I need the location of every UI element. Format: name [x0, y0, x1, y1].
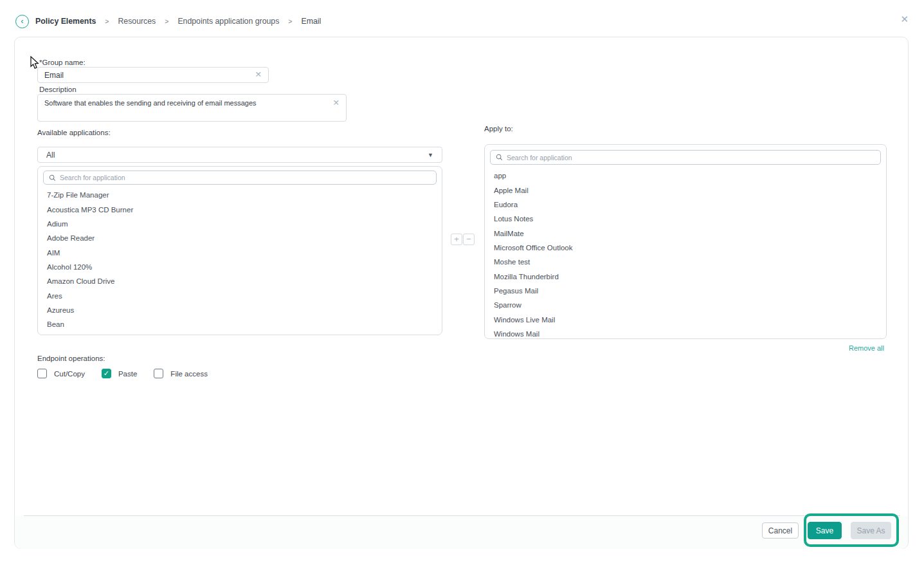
- checkbox-paste[interactable]: ✓: [102, 369, 111, 378]
- description-value: Software that enables the sending and re…: [44, 99, 333, 107]
- back-button[interactable]: ‹: [15, 15, 29, 28]
- remove-application-button[interactable]: −: [463, 234, 475, 245]
- group-editor-card: *Group name: Email ✕ Description Softwar…: [14, 37, 909, 549]
- save-button[interactable]: Save: [808, 522, 842, 539]
- breadcrumb-policy-elements[interactable]: Policy Elements: [35, 17, 96, 26]
- checkbox-option-cut-copy[interactable]: Cut/Copy: [37, 369, 85, 378]
- list-item[interactable]: Lotus Notes: [485, 212, 886, 226]
- group-name-value: Email: [44, 71, 255, 80]
- search-placeholder: Search for application: [60, 174, 125, 181]
- checkbox-label: Cut/Copy: [54, 370, 85, 378]
- search-icon: [49, 174, 56, 181]
- list-item[interactable]: Alcohol 120%: [38, 260, 442, 274]
- list-item[interactable]: Eudora: [485, 198, 886, 212]
- endpoints-application-group-page: ‹ Policy Elements > Resources > Endpoint…: [0, 0, 924, 563]
- chevron-right-icon: >: [288, 17, 292, 25]
- apply-to-list: appApple MailEudoraLotus NotesMailMateMi…: [485, 169, 886, 339]
- checkbox-option-file-access[interactable]: File access: [154, 369, 208, 378]
- list-item[interactable]: AIM: [38, 245, 442, 259]
- list-item[interactable]: app: [485, 169, 886, 183]
- chevron-down-icon: ▼: [428, 152, 433, 158]
- list-item[interactable]: Moshe test: [485, 255, 886, 269]
- add-application-button[interactable]: +: [451, 234, 462, 245]
- apply-to-panel: Search for application appApple MailEudo…: [484, 144, 887, 339]
- application-filter-value: All: [46, 151, 428, 160]
- list-item[interactable]: Pegasus Mail: [485, 284, 886, 298]
- list-item[interactable]: Windows Mail: [485, 327, 886, 339]
- available-applications-panel: Search for application 7-Zip File Manage…: [37, 166, 442, 335]
- save-as-button[interactable]: Save As: [851, 522, 891, 539]
- chevron-right-icon: >: [165, 17, 168, 25]
- list-item[interactable]: Windows Live Mail: [485, 312, 886, 326]
- endpoint-operations-label: Endpoint operations:: [37, 355, 105, 362]
- breadcrumb-email: Email: [301, 17, 321, 26]
- list-item[interactable]: Microsoft Office Outlook: [485, 241, 886, 255]
- checkbox-option-paste[interactable]: ✓Paste: [102, 369, 137, 378]
- clear-icon[interactable]: ✕: [255, 71, 262, 79]
- list-item[interactable]: Adobe Reader: [38, 231, 442, 245]
- description-label: Description: [39, 86, 77, 93]
- list-item[interactable]: MailMate: [485, 226, 886, 240]
- checkbox-label: File access: [170, 370, 208, 378]
- checkbox-file-access[interactable]: [154, 369, 163, 378]
- list-item[interactable]: Ares: [38, 288, 442, 302]
- breadcrumb-resources[interactable]: Resources: [118, 17, 156, 26]
- description-input[interactable]: Software that enables the sending and re…: [37, 94, 347, 122]
- endpoint-operations-row: Cut/Copy✓PasteFile access: [37, 369, 208, 378]
- cancel-button[interactable]: Cancel: [762, 522, 799, 539]
- back-icon: ‹: [21, 17, 23, 25]
- available-applications-search[interactable]: Search for application: [43, 171, 437, 185]
- search-placeholder: Search for application: [507, 154, 572, 162]
- checkbox-label: Paste: [118, 370, 137, 378]
- list-item[interactable]: Mozilla Thunderbird: [485, 269, 886, 283]
- available-applications-label: Available applications:: [37, 129, 111, 136]
- list-item[interactable]: Adium: [38, 217, 442, 231]
- chevron-right-icon: >: [105, 17, 109, 25]
- application-filter-dropdown[interactable]: All ▼: [37, 147, 442, 163]
- list-item[interactable]: 7-Zip File Manager: [38, 188, 442, 202]
- clear-icon[interactable]: ✕: [333, 99, 340, 107]
- close-icon[interactable]: ✕: [900, 14, 909, 24]
- group-name-label: *Group name:: [39, 59, 86, 66]
- group-name-input[interactable]: Email ✕: [37, 67, 269, 83]
- list-item[interactable]: Bean: [38, 317, 442, 331]
- apply-to-search[interactable]: Search for application: [490, 150, 881, 165]
- breadcrumb-bar: ‹ Policy Elements > Resources > Endpoint…: [0, 0, 924, 36]
- remove-all-link[interactable]: Remove all: [484, 344, 887, 352]
- breadcrumb: Policy Elements > Resources > Endpoints …: [35, 17, 321, 26]
- list-item[interactable]: Apple Mail: [485, 183, 886, 197]
- list-item[interactable]: Sparrow: [485, 298, 886, 312]
- list-item[interactable]: Acoustica MP3 CD Burner: [38, 202, 442, 216]
- available-applications-list: 7-Zip File ManagerAcoustica MP3 CD Burne…: [38, 188, 442, 331]
- list-item[interactable]: Amazon Cloud Drive: [38, 274, 442, 288]
- breadcrumb-endpoints-application-groups[interactable]: Endpoints application groups: [177, 17, 279, 26]
- apply-to-label: Apply to:: [484, 125, 513, 133]
- checkbox-cut-copy[interactable]: [37, 369, 47, 378]
- list-item[interactable]: Azureus: [38, 303, 442, 317]
- search-icon: [496, 154, 503, 161]
